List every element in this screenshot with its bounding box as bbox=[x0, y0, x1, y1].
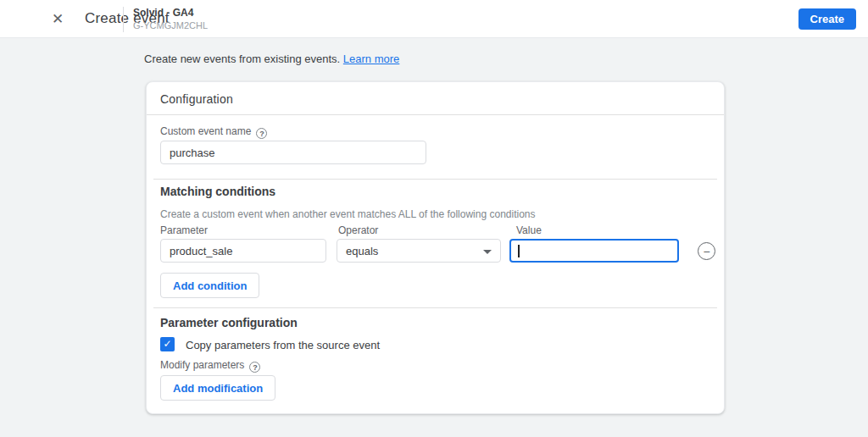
parameter-configuration-title: Parameter configuration bbox=[160, 316, 298, 329]
copy-parameters-label: Copy parameters from the source event bbox=[186, 339, 380, 351]
card-title: Configuration bbox=[160, 92, 233, 106]
custom-event-name-label: Custom event name? bbox=[160, 125, 267, 139]
add-condition-button[interactable]: Add condition bbox=[160, 273, 259, 298]
modify-parameters-label-text: Modify parameters bbox=[160, 359, 244, 371]
parameter-label: Parameter bbox=[160, 224, 208, 236]
property-id: G-YCMGJM2CHL bbox=[133, 19, 208, 31]
intro-text: Create new events from existing events. … bbox=[144, 53, 399, 65]
property-info: Solvid - GA4 G-YCMGJM2CHL bbox=[133, 6, 208, 31]
modify-parameters-label: Modify parameters? bbox=[160, 359, 260, 373]
copy-parameters-checkbox[interactable]: ✓ bbox=[160, 337, 175, 351]
create-button[interactable]: Create bbox=[798, 8, 856, 30]
learn-more-link[interactable]: Learn more bbox=[343, 53, 399, 65]
text-cursor bbox=[518, 245, 520, 257]
remove-condition-icon[interactable]: − bbox=[698, 242, 715, 260]
intro-text-label: Create new events from existing events. bbox=[144, 53, 343, 65]
section-divider bbox=[153, 307, 717, 308]
value-input-wrapper bbox=[509, 239, 679, 263]
property-name: Solvid - GA4 bbox=[133, 6, 208, 19]
parameter-input[interactable] bbox=[160, 239, 326, 263]
configuration-card: Configuration Custom event name? Matchin… bbox=[146, 81, 725, 414]
operator-select[interactable]: equals bbox=[337, 239, 501, 263]
top-bar: ✕ Create event Solvid - GA4 G-YCMGJM2CHL… bbox=[0, 0, 868, 38]
matching-conditions-title: Matching conditions bbox=[160, 185, 275, 198]
chevron-down-icon bbox=[483, 250, 492, 254]
operator-selected-value: equals bbox=[346, 245, 378, 257]
value-input[interactable] bbox=[511, 241, 677, 261]
value-label: Value bbox=[516, 224, 542, 236]
matching-conditions-description: Create a custom event when another event… bbox=[160, 208, 536, 220]
operator-label: Operator bbox=[338, 224, 378, 236]
help-icon[interactable]: ? bbox=[249, 362, 260, 373]
custom-event-name-input[interactable] bbox=[160, 141, 426, 164]
header-divider bbox=[123, 7, 124, 32]
help-icon[interactable]: ? bbox=[256, 128, 267, 139]
card-header: Configuration bbox=[147, 82, 724, 115]
add-modification-button[interactable]: Add modification bbox=[160, 375, 275, 401]
close-icon[interactable]: ✕ bbox=[47, 9, 68, 30]
checkmark-icon: ✓ bbox=[163, 338, 171, 350]
custom-event-name-label-text: Custom event name bbox=[160, 125, 251, 137]
section-divider bbox=[153, 179, 717, 180]
